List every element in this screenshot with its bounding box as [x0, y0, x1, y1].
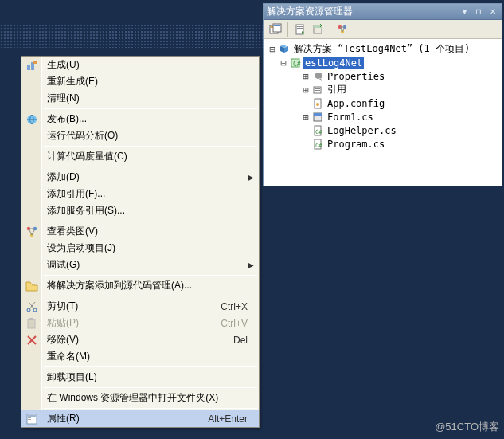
menu-build[interactable]: 生成(U)	[21, 57, 259, 73]
menu-add-service-reference[interactable]: 添加服务引用(S)...	[21, 202, 259, 219]
project-icon: C#	[289, 57, 302, 69]
project-context-menu: 生成(U) 重新生成(E) 清理(N) 发布(B)... 运行代码分析(O) 计…	[21, 56, 260, 428]
panel-toolbar	[264, 20, 502, 39]
tree-item-program[interactable]: · C# Program.cs	[267, 137, 500, 151]
panel-close-icon[interactable]: ✕	[487, 7, 498, 17]
menu-publish[interactable]: 发布(B)...	[21, 111, 259, 127]
svg-rect-3	[274, 25, 280, 26]
svg-rect-19	[315, 90, 320, 91]
project-label: estLog4Net	[303, 57, 364, 69]
svg-rect-42	[28, 319, 35, 328]
menu-open-in-explorer[interactable]: 在 Windows 资源管理器中打开文件夹(X)	[21, 390, 259, 406]
solution-icon	[278, 43, 291, 56]
menu-set-startup[interactable]: 设为启动项目(J)	[21, 240, 259, 257]
toolbar-viewcode-icon[interactable]	[334, 22, 351, 37]
svg-line-37	[32, 229, 35, 235]
tree-item-loghelper[interactable]: · C# LogHelper.cs	[267, 123, 500, 137]
tree-item-form1[interactable]: ⊞ Form1.cs	[267, 110, 500, 123]
watermark: @51CTO博客	[435, 420, 499, 434]
publish-icon	[25, 112, 39, 127]
svg-rect-28	[27, 65, 30, 70]
remove-icon	[25, 333, 39, 347]
properties-sheet-icon	[25, 412, 39, 426]
menu-unload[interactable]: 卸载项目(L)	[21, 369, 259, 386]
svg-rect-18	[315, 88, 320, 89]
svg-rect-48	[28, 417, 31, 418]
menu-properties[interactable]: 属性(R)Alt+Enter	[21, 410, 259, 427]
menu-clean[interactable]: 清理(N)	[21, 90, 259, 107]
svg-rect-49	[28, 419, 31, 420]
panel-title: 解决方案资源管理器	[267, 5, 353, 18]
menu-add-to-scm[interactable]: 将解决方案添加到源代码管理(A)...	[21, 277, 259, 294]
tree-item-properties[interactable]: ⊞ Properties	[267, 69, 500, 83]
scm-icon	[25, 279, 39, 293]
svg-rect-5	[297, 26, 303, 27]
references-icon	[311, 84, 324, 96]
tree-project-node[interactable]: ⊟ C# estLog4Net	[267, 56, 500, 69]
menu-add-reference[interactable]: 添加引用(F)...	[21, 186, 259, 202]
cs-file-icon: C#	[311, 124, 324, 137]
menu-remove[interactable]: 移除(V)Del	[21, 331, 259, 348]
menu-rename[interactable]: 重命名(M)	[21, 348, 259, 365]
panel-pin-icon[interactable]: ⊓	[473, 7, 484, 17]
config-file-icon	[311, 97, 324, 110]
tree-item-appconfig[interactable]: · App.config	[267, 96, 500, 110]
cs-file-icon: C#	[311, 138, 324, 151]
submenu-arrow-icon: ▶	[248, 261, 254, 269]
svg-rect-30	[33, 61, 37, 64]
solution-label: 解决方案 “TestLog4Net” (1 个项目)	[292, 42, 471, 56]
menu-cut[interactable]: 剪切(T)Ctrl+X	[21, 298, 259, 315]
submenu-arrow-icon: ▶	[248, 173, 254, 182]
menu-paste: 粘贴(P)Ctrl+V	[21, 315, 259, 331]
tree-item-references[interactable]: ⊞ 引用	[267, 83, 500, 96]
properties-icon	[311, 70, 324, 83]
menu-code-analysis[interactable]: 运行代码分析(O)	[21, 127, 259, 144]
panel-titlebar[interactable]: 解决方案资源管理器 ▾ ⊓ ✕	[264, 4, 502, 20]
svg-rect-6	[297, 28, 303, 29]
menu-debug[interactable]: 调试(G)▶	[21, 257, 259, 273]
cut-icon	[25, 300, 39, 314]
solution-tree: ⊟ 解决方案 “TestLog4Net” (1 个项目) ⊟ C# estLog…	[264, 39, 502, 155]
solution-explorer-panel: 解决方案资源管理器 ▾ ⊓ ✕ ⊟ 解决方案 “TestLog4Net” (1 …	[263, 3, 502, 186]
toolbar-refresh-icon[interactable]	[291, 22, 309, 37]
paste-icon	[25, 316, 39, 331]
svg-line-36	[29, 229, 32, 235]
panel-dropdown-icon[interactable]: ▾	[459, 7, 470, 17]
svg-rect-47	[28, 415, 36, 417]
toolbar-showall-icon[interactable]	[309, 22, 326, 37]
menu-view-class-diagram[interactable]: 查看类图(V)	[21, 223, 259, 240]
class-diagram-icon	[25, 225, 39, 239]
svg-rect-23	[314, 113, 322, 116]
toolbar-properties-icon[interactable]	[267, 22, 284, 37]
menu-calc-metrics[interactable]: 计算代码度量值(C)	[21, 148, 259, 165]
svg-text:C#: C#	[315, 129, 322, 135]
svg-line-40	[29, 302, 35, 309]
menu-rebuild[interactable]: 重新生成(E)	[21, 73, 259, 90]
svg-point-21	[316, 103, 319, 106]
menu-add[interactable]: 添加(D)▶	[21, 169, 259, 186]
svg-rect-50	[28, 421, 31, 421]
form-file-icon	[311, 111, 324, 123]
svg-line-41	[29, 302, 34, 309]
build-icon	[25, 58, 39, 73]
svg-text:C#: C#	[293, 61, 301, 68]
svg-rect-43	[29, 318, 33, 320]
svg-text:C#: C#	[315, 143, 322, 149]
tree-solution-node[interactable]: ⊟ 解决方案 “TestLog4Net” (1 个项目)	[267, 42, 500, 56]
